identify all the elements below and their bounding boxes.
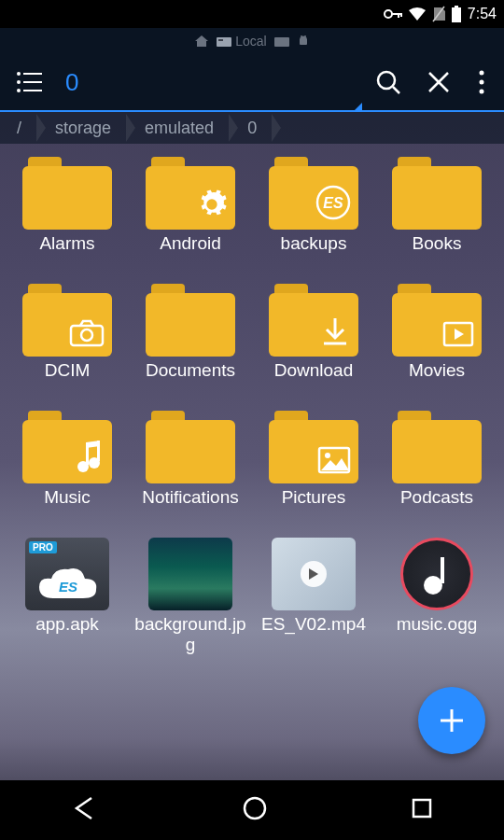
vpn-key-icon [384, 7, 402, 21]
svg-point-13 [17, 72, 21, 76]
svg-rect-7 [217, 37, 231, 47]
grid-item[interactable]: Documents [131, 282, 250, 401]
breadcrumb-0[interactable]: 0 [231, 112, 273, 144]
image-icon [317, 446, 351, 478]
item-label: Notifications [140, 487, 241, 528]
item-label: Documents [144, 360, 237, 401]
no-sim-icon [432, 6, 445, 22]
grid-item[interactable]: PROESapp.apk [7, 536, 127, 655]
svg-rect-6 [452, 7, 461, 22]
device-tab-icon[interactable] [274, 35, 289, 47]
folder-icon [390, 282, 483, 358]
audio-icon [400, 538, 473, 610]
folder-icon [390, 155, 483, 231]
play-icon [301, 561, 327, 587]
status-time: 7:54 [468, 6, 497, 22]
breadcrumb-emulated[interactable]: emulated [128, 112, 231, 144]
grid-item[interactable]: background.jpg [131, 536, 250, 655]
svg-rect-3 [400, 13, 402, 17]
svg-point-0 [385, 10, 392, 18]
svg-point-36 [89, 457, 100, 469]
grid-item[interactable]: Notifications [131, 409, 250, 528]
svg-line-20 [393, 87, 399, 93]
add-fab[interactable] [418, 687, 485, 754]
grid-item[interactable]: DCIM [7, 282, 127, 401]
download-icon [319, 315, 351, 351]
item-label: background.jpg [131, 614, 250, 655]
folder-icon [390, 409, 483, 485]
svg-rect-8 [218, 39, 223, 41]
svg-point-19 [378, 72, 395, 89]
item-label: Android [158, 233, 223, 274]
path-dropdown[interactable]: 0 [65, 68, 78, 97]
window-tab-strip: Local [0, 28, 504, 54]
home-tab-icon[interactable] [194, 35, 209, 48]
svg-rect-5 [455, 6, 458, 7]
android-tab-icon[interactable] [297, 35, 310, 48]
camera-icon [69, 319, 105, 351]
grid-item[interactable]: Android [131, 155, 250, 274]
svg-text:ES: ES [323, 195, 343, 211]
overflow-menu-button[interactable] [469, 62, 495, 103]
music-icon [75, 441, 105, 478]
svg-text:ES: ES [59, 579, 77, 595]
recents-button[interactable] [411, 797, 433, 823]
item-label: ES_V02.mp4 [259, 614, 368, 655]
svg-point-29 [81, 329, 92, 341]
gear-icon [196, 189, 228, 224]
item-label: Music [42, 487, 92, 528]
file-grid: AlarmsAndroidESbackupsBooksDCIMDocuments… [0, 144, 504, 666]
folder-icon [21, 282, 114, 358]
svg-point-24 [480, 80, 484, 85]
grid-item[interactable]: music.ogg [377, 536, 497, 655]
grid-item[interactable]: Podcasts [377, 409, 497, 528]
es-icon: ES [315, 185, 351, 224]
file-thumb [267, 536, 360, 612]
item-label: Podcasts [399, 487, 475, 528]
svg-point-35 [77, 461, 89, 472]
home-button[interactable] [242, 795, 268, 825]
svg-point-15 [17, 80, 21, 84]
item-label: Download [273, 360, 356, 401]
grid-item[interactable]: Pictures [254, 409, 373, 528]
svg-rect-45 [413, 800, 430, 817]
close-button[interactable] [418, 62, 459, 103]
battery-icon [451, 6, 462, 22]
grid-item[interactable]: Alarms [7, 155, 127, 274]
svg-rect-2 [398, 13, 399, 18]
back-button[interactable] [71, 794, 99, 826]
svg-rect-18 [23, 90, 42, 91]
system-nav-bar [0, 780, 504, 840]
svg-point-23 [480, 71, 484, 76]
breadcrumb-root[interactable]: / [0, 112, 38, 144]
play-icon [442, 321, 474, 351]
svg-rect-9 [274, 37, 289, 47]
item-label: Books [411, 233, 464, 274]
app-toolbar: 0 [0, 54, 504, 112]
breadcrumb-storage[interactable]: storage [38, 112, 128, 144]
grid-item[interactable]: Books [377, 155, 497, 274]
local-tab[interactable]: Local [217, 34, 266, 49]
grid-item[interactable]: Movies [377, 282, 497, 401]
breadcrumb: / storage emulated 0 [0, 112, 504, 144]
grid-item[interactable]: Download [254, 282, 373, 401]
dropdown-indicator-icon [353, 103, 362, 112]
folder-icon [21, 409, 114, 485]
grid-item[interactable]: Music [7, 409, 127, 528]
svg-rect-40 [441, 557, 444, 583]
item-label: DCIM [43, 360, 92, 401]
grid-item[interactable]: ES_V02.mp4 [254, 536, 373, 655]
folder-icon [144, 282, 237, 358]
item-label: Alarms [37, 233, 96, 274]
svg-rect-10 [300, 38, 307, 45]
item-label: app.apk [34, 614, 101, 655]
svg-point-25 [480, 90, 484, 94]
wifi-icon [408, 7, 427, 21]
svg-rect-1 [391, 13, 401, 15]
folder-icon [21, 155, 114, 231]
search-button[interactable] [368, 62, 409, 103]
folder-icon [267, 282, 360, 358]
grid-item[interactable]: ESbackups [254, 155, 373, 274]
item-label: music.ogg [395, 614, 480, 655]
menu-list-button[interactable] [9, 62, 50, 103]
